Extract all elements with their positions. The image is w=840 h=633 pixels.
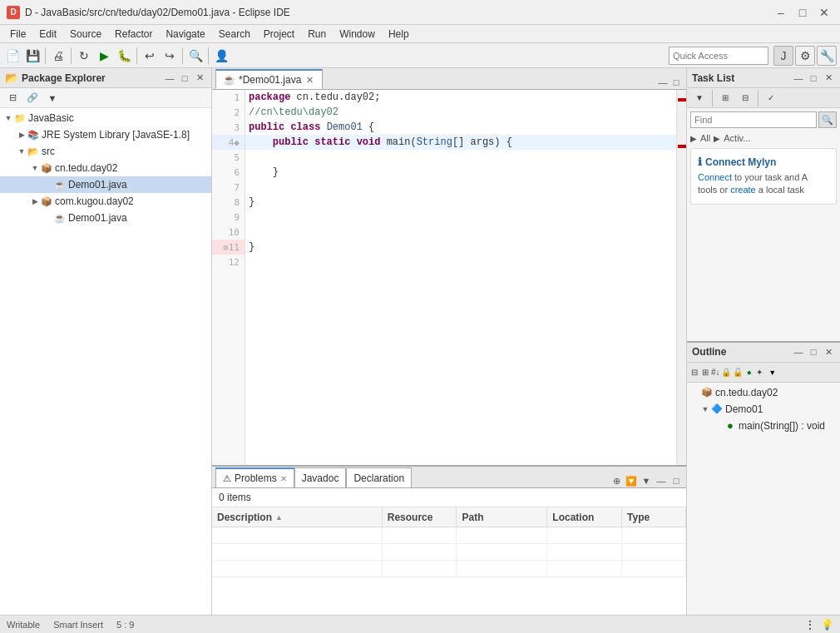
task-find-button[interactable]: 🔍 <box>818 111 837 128</box>
cell-desc-3 <box>212 561 383 576</box>
debug-button[interactable]: 🐛 <box>115 47 133 65</box>
menu-navigate[interactable]: Navigate <box>159 25 211 43</box>
link-with-editor-btn[interactable]: 🔗 <box>23 89 42 107</box>
outline-arrow-method <box>714 421 724 431</box>
close-button[interactable]: ✕ <box>815 4 833 21</box>
menu-source[interactable]: Source <box>63 25 108 43</box>
perspective-button-1[interactable]: J <box>773 46 793 66</box>
status-menu-icon[interactable]: ⋮ <box>803 618 817 631</box>
tl-btn-3[interactable]: ⊟ <box>736 89 754 107</box>
app-icon: D <box>7 6 20 19</box>
outline-dropdown-arrow[interactable]: ▼ <box>765 368 837 377</box>
search-button[interactable]: 🔍 <box>186 47 205 65</box>
menu-file[interactable]: File <box>3 25 32 43</box>
outline-item-method[interactable]: ● main(String[]) : void <box>687 418 840 434</box>
java-file-icon-1: ☕ <box>53 178 67 191</box>
panel-close-btn[interactable]: ✕ <box>193 72 206 85</box>
panel-maximize-btn[interactable]: □ <box>178 72 191 85</box>
menu-search[interactable]: Search <box>212 25 257 43</box>
menu-window[interactable]: Window <box>333 25 382 43</box>
outline-btn-3[interactable]: #↓ <box>711 363 720 381</box>
task-list-minimize[interactable]: — <box>792 72 805 85</box>
tab-problems-label: Problems <box>235 472 277 484</box>
menu-edit[interactable]: Edit <box>32 25 63 43</box>
connect-link-2[interactable]: create <box>730 185 756 195</box>
outline-btn-1[interactable]: ⊟ <box>690 363 699 381</box>
save-button[interactable]: 💾 <box>23 47 42 65</box>
problems-header: Description ▲ Resource Path Location <box>212 507 686 527</box>
problems-minimize-btn[interactable]: — <box>655 474 668 487</box>
tree-item-cn-tedu[interactable]: ▼ 📦 cn.tedu.day02 <box>0 160 211 176</box>
problems-menu-btn[interactable]: ▼ <box>640 474 653 487</box>
undo-button[interactable]: ↩ <box>141 47 159 65</box>
task-list-maximize[interactable]: □ <box>807 72 820 85</box>
redo-button[interactable]: ↪ <box>161 47 179 65</box>
filter-active-label[interactable]: Activ... <box>724 133 750 143</box>
filter-all-label[interactable]: All <box>700 133 710 143</box>
editor-minimize-btn[interactable]: — <box>656 76 670 89</box>
outline-close[interactable]: ✕ <box>822 345 835 359</box>
tree-item-com-kugou[interactable]: ▶ 📦 com.kugou.day02 <box>0 193 211 210</box>
menu-refactor[interactable]: Refactor <box>108 25 159 43</box>
toolbar-separator-4 <box>182 47 183 64</box>
tl-btn-2[interactable]: ⊞ <box>716 89 734 107</box>
menu-project[interactable]: Project <box>257 25 301 43</box>
perspective-button-3[interactable]: 🔧 <box>817 46 837 66</box>
run-button[interactable]: ▶ <box>95 47 113 65</box>
editor-tab-close[interactable]: ✕ <box>304 75 315 86</box>
outline-minimize[interactable]: — <box>792 345 805 359</box>
menu-run[interactable]: Run <box>301 25 333 43</box>
editor-tab-demo01[interactable]: ☕ *Demo01.java ✕ <box>215 69 323 89</box>
perspective-button-2[interactable]: ⚙ <box>795 46 815 66</box>
tab-declaration[interactable]: Declaration <box>346 467 412 487</box>
outline-btn-2[interactable]: ⊞ <box>700 363 709 381</box>
connect-text-before2: tools or <box>698 185 730 195</box>
collapse-all-btn[interactable]: ⊟ <box>3 89 22 107</box>
tree-item-jre[interactable]: ▶ 📚 JRE System Library [JavaSE-1.8] <box>0 126 211 143</box>
quick-access-input[interactable] <box>669 47 768 65</box>
explorer-menu-btn[interactable]: ▼ <box>43 89 62 107</box>
profile-button[interactable]: 👤 <box>212 47 230 65</box>
tab-problems-close[interactable]: ✕ <box>280 474 287 483</box>
tree-label-com-kugou: com.kugou.day02 <box>55 195 134 207</box>
menu-help[interactable]: Help <box>382 25 416 43</box>
panel-minimize-btn[interactable]: — <box>163 72 176 85</box>
refresh-button[interactable]: ↻ <box>75 47 93 65</box>
outline-btn-6[interactable]: ● <box>744 363 753 381</box>
cell-path-1 <box>457 527 547 543</box>
task-list-close[interactable]: ✕ <box>822 72 835 85</box>
print-button[interactable]: 🖨 <box>49 47 67 65</box>
outline-btn-7[interactable]: ✦ <box>755 363 763 381</box>
outline-label-package: cn.tedu.day02 <box>715 387 778 398</box>
outline-maximize[interactable]: □ <box>807 345 820 359</box>
tree-item-src[interactable]: ▼ 📂 src <box>0 143 211 160</box>
tl-btn-4[interactable]: ✓ <box>762 89 780 107</box>
outline-btn-4[interactable]: 🔒 <box>721 363 731 381</box>
code-editor[interactable]: package cn.tedu.day02; //cn\tedu\day02 p… <box>245 90 676 465</box>
tree-item-javabasic[interactable]: ▼ 📁 JavaBasic <box>0 110 211 126</box>
code-line-4: public static void main(String[] args) { <box>245 135 676 150</box>
connect-link-1[interactable]: Connect <box>698 172 732 182</box>
tab-javadoc[interactable]: Javadoc <box>294 467 347 487</box>
problems-maximize-btn[interactable]: □ <box>670 474 683 487</box>
outline-tree: 📦 cn.tedu.day02 ▼ 🔷 Demo01 ● main(String… <box>687 383 840 616</box>
code-line-12 <box>245 255 676 270</box>
new-task-btn[interactable]: ⊕ <box>610 474 623 487</box>
problems-info: 0 items <box>212 488 686 507</box>
maximize-button[interactable]: □ <box>793 4 812 21</box>
col-description: Description ▲ <box>212 507 383 527</box>
filter-btn[interactable]: 🔽 <box>625 474 638 487</box>
tree-item-demo01-2[interactable]: ☕ Demo01.java <box>0 210 211 226</box>
editor-scrollbar[interactable] <box>676 90 686 465</box>
tree-item-demo01-1[interactable]: ☕ Demo01.java <box>0 176 211 193</box>
outline-item-package[interactable]: 📦 cn.tedu.day02 <box>687 384 840 401</box>
minimize-button[interactable]: – <box>772 4 790 21</box>
new-button[interactable]: 📄 <box>3 47 22 65</box>
tl-btn-1[interactable]: ▼ <box>690 89 709 107</box>
task-list-panel: Task List — □ ✕ ▼ ⊞ ⊟ ✓ 🔍 <box>687 68 840 343</box>
task-find-input[interactable] <box>690 111 817 128</box>
tab-problems[interactable]: ⚠ Problems ✕ <box>215 467 294 487</box>
editor-maximize-btn[interactable]: □ <box>670 76 683 89</box>
outline-item-class[interactable]: ▼ 🔷 Demo01 <box>687 401 840 418</box>
outline-btn-5[interactable]: 🔓 <box>733 363 743 381</box>
